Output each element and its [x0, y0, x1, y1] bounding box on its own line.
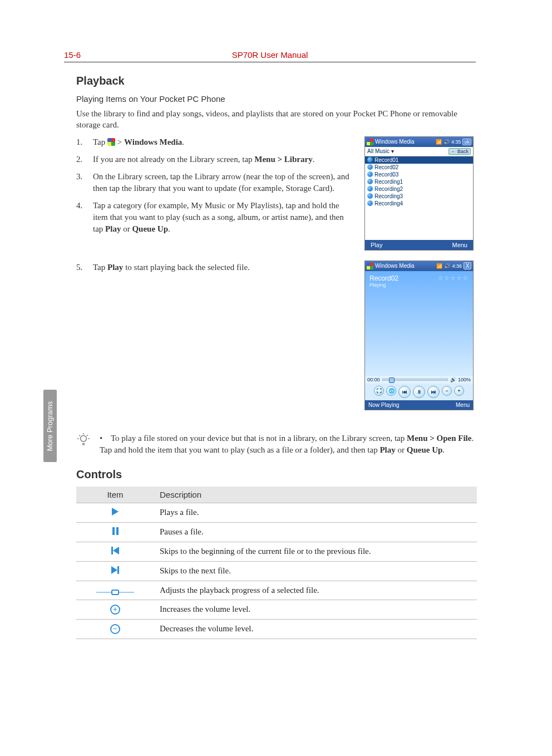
desc-cell: Skips to the next file. — [154, 561, 477, 581]
list-item[interactable]: Recording4 — [365, 200, 473, 207]
shot1-titlebar: Windows Media 📶🔊4:35ok — [365, 137, 473, 147]
shot1-time: 4:35 — [451, 139, 461, 145]
ok-button[interactable]: ok — [462, 139, 471, 145]
previous-icon — [111, 547, 119, 554]
volume-up-icon: + — [110, 605, 120, 615]
desc-cell: Increases the volume level. — [154, 600, 477, 619]
step-1: Tap > Windows Media. — [76, 136, 353, 148]
subheading-playing-items: Playing Items on Your Pocket PC Phone — [76, 94, 476, 104]
section-heading-controls: Controls — [76, 468, 476, 481]
softkey-now-playing[interactable]: Now Playing — [368, 402, 400, 408]
step-4: Tap a category (for example, My Music or… — [76, 200, 353, 235]
audio-icon — [367, 171, 373, 177]
desc-cell: Skips to the beginning of the current fi… — [154, 542, 477, 561]
softkey-menu[interactable]: Menu — [456, 402, 470, 408]
section-heading-playback: Playback — [76, 75, 476, 87]
table-row: Skips to the beginning of the current fi… — [76, 542, 477, 561]
controls-table: Item Description Plays a file. Pauses a … — [76, 487, 477, 639]
audio-icon — [367, 186, 373, 192]
manual-title: SP70R User Manual — [232, 50, 308, 60]
softkey-menu[interactable]: Menu — [452, 242, 467, 248]
table-row: − Decreases the volume level. — [76, 619, 477, 639]
play-icon — [112, 508, 119, 516]
shot2-footer: Now Playing Menu — [365, 400, 473, 410]
step-5: Tap Play to start playing back the selec… — [76, 262, 353, 273]
desc-cell: Adjusts the playback progress of a selec… — [154, 581, 477, 600]
list-item[interactable]: Recording1 — [365, 178, 473, 185]
audio-icon — [367, 179, 373, 184]
signal-icon: 📶 — [436, 139, 442, 145]
next-icon — [111, 566, 119, 574]
step-2: If you are not already on the Library sc… — [76, 154, 353, 165]
shot1-title: Windows Media — [375, 139, 415, 145]
page-content: 15-6 SP70R User Manual . Playback Playin… — [64, 50, 476, 639]
progress-slider-icon — [96, 590, 134, 595]
table-row: + Increases the volume level. — [76, 600, 477, 619]
softkey-play[interactable]: Play — [371, 242, 382, 248]
speaker-icon: 🔊 — [443, 139, 450, 145]
table-row: Pauses a file. — [76, 522, 477, 542]
list-item[interactable]: Recording2 — [365, 185, 473, 193]
table-row: Adjusts the playback progress of a selec… — [76, 581, 477, 600]
library-list: Record01 Record02 Record03 Recording1 Re… — [365, 156, 473, 240]
library-dropdown[interactable]: All Music ▾ — [367, 148, 394, 154]
shot2-time: 4:36 — [452, 263, 462, 269]
start-icon — [107, 138, 115, 146]
screenshot-player: Windows Media 📶🔊4:36X ☆☆☆☆☆ Record02 Pla… — [364, 261, 474, 410]
page-header-row: 15-6 SP70R User Manual . — [64, 50, 476, 62]
windows-flag-icon — [367, 263, 373, 269]
step-3: On the Library screen, tap the Library a… — [76, 171, 353, 194]
list-item[interactable]: Record03 — [365, 171, 473, 178]
player-controls-row: ⛶ 🌐 ⏮ ⏸ ⏭ − + — [365, 384, 473, 400]
volume-up-button[interactable]: + — [454, 386, 464, 396]
svg-point-0 — [81, 435, 87, 441]
table-row: Skips to the next file. — [76, 561, 477, 581]
page-number: 15-6 — [64, 50, 81, 60]
player-body: ☆☆☆☆☆ Record02 Playing — [365, 271, 473, 376]
steps-list: Tap > Windows Media. If you are not alre… — [76, 136, 353, 235]
progress-slider[interactable] — [382, 379, 448, 381]
website-button[interactable]: 🌐 — [386, 386, 396, 396]
volume-down-button[interactable]: − — [442, 386, 452, 396]
shot2-title: Windows Media — [375, 263, 415, 269]
speaker-icon: 🔊 — [444, 263, 450, 269]
th-description: Description — [154, 487, 477, 503]
list-item[interactable]: Record02 — [365, 164, 473, 171]
pause-icon — [112, 527, 119, 535]
desc-cell: Plays a file. — [154, 503, 477, 522]
audio-icon — [367, 164, 373, 170]
desc-cell: Pauses a file. — [154, 522, 477, 542]
close-button[interactable]: X — [464, 262, 471, 269]
audio-icon — [367, 193, 373, 199]
intro-paragraph: Use the library to find and play songs, … — [76, 108, 476, 131]
audio-icon — [367, 200, 373, 206]
now-playing-status: Playing — [369, 282, 469, 288]
tip-text: • To play a file stored on your device b… — [100, 433, 476, 456]
tip-block: • To play a file stored on your device b… — [76, 433, 476, 456]
audio-icon — [367, 157, 373, 163]
table-row: Plays a file. — [76, 503, 477, 522]
volume-down-icon: − — [110, 624, 120, 634]
shot2-titlebar: Windows Media 📶🔊4:36X — [365, 261, 473, 271]
rating-stars[interactable]: ☆☆☆☆☆ — [438, 274, 469, 282]
progress-row: 00:00 🔊 100% — [365, 376, 473, 384]
side-tab: More Programs — [43, 390, 57, 462]
elapsed-time: 00:00 — [367, 377, 380, 382]
play-pause-button[interactable]: ⏸ — [413, 386, 425, 398]
shot1-footer: Play Menu — [365, 240, 473, 250]
list-item[interactable]: Recording3 — [365, 193, 473, 200]
next-button[interactable]: ⏭ — [427, 386, 440, 398]
th-item: Item — [76, 487, 154, 503]
back-button[interactable]: ← Back — [448, 148, 471, 155]
desc-cell: Decreases the volume level. — [154, 619, 477, 639]
list-item[interactable]: Record01 — [365, 156, 473, 164]
windows-flag-icon — [367, 139, 373, 145]
volume-readout: 🔊 100% — [450, 377, 471, 382]
lightbulb-icon — [76, 433, 92, 456]
library-header-bar: All Music ▾ ← Back — [365, 147, 473, 156]
screenshot-library: Windows Media 📶🔊4:35ok All Music ▾ ← Bac… — [364, 136, 474, 251]
fullscreen-button[interactable]: ⛶ — [374, 386, 384, 396]
signal-icon: 📶 — [436, 263, 442, 269]
side-tab-label: More Programs — [46, 401, 55, 451]
prev-button[interactable]: ⏮ — [398, 386, 411, 398]
